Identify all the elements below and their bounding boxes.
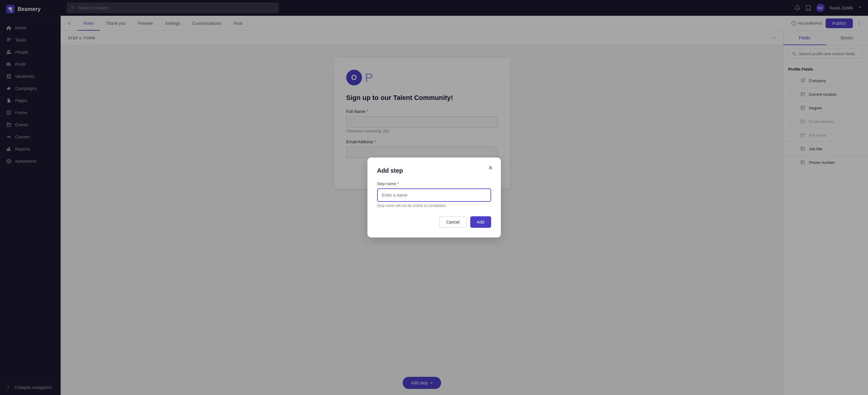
modal-required-star: *: [397, 182, 399, 186]
cancel-button[interactable]: Cancel: [439, 216, 467, 228]
modal-hint: Step name will not be visible to candida…: [377, 203, 491, 208]
modal-close-button[interactable]: [486, 164, 495, 172]
add-button[interactable]: Add: [470, 216, 491, 228]
add-step-modal: Add step Step name * Step name will not …: [368, 158, 501, 237]
modal-actions: Cancel Add: [377, 216, 491, 228]
step-name-input[interactable]: [377, 189, 491, 202]
modal-title: Add step: [377, 167, 491, 174]
step-name-label: Step name *: [377, 182, 491, 186]
modal-overlay: Add step Step name * Step name will not …: [0, 0, 868, 395]
